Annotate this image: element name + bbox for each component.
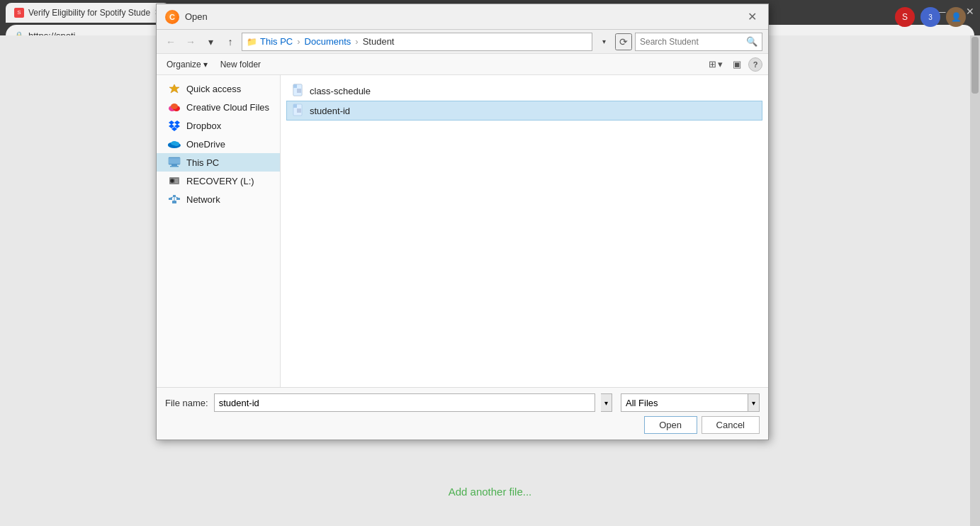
sidebar-item-creative-cloud[interactable]: Creative Cloud Files: [157, 98, 280, 116]
breadcrumb-documents[interactable]: Documents: [305, 36, 351, 47]
filename-row: File name: ▾ ▾: [165, 393, 760, 412]
svg-rect-15: [171, 164, 177, 166]
add-file-link[interactable]: Add another file...: [449, 486, 532, 498]
filetype-select[interactable]: [621, 393, 748, 412]
extension-btn-1[interactable]: S: [895, 7, 915, 27]
sidebar-item-onedrive[interactable]: OneDrive: [157, 135, 280, 153]
svg-rect-22: [175, 182, 178, 183]
tab-favicon: S: [14, 8, 24, 18]
browser-actions: S 3 👤: [895, 7, 966, 27]
svg-rect-25: [176, 198, 180, 200]
svg-rect-14: [169, 158, 180, 164]
breadcrumb-this-pc[interactable]: This PC: [260, 36, 293, 47]
breadcrumb-dropdown-button[interactable]: ▾: [595, 33, 612, 50]
dialog-title: Open: [185, 11, 745, 22]
sidebar-item-recovery[interactable]: RECOVERY (L:): [157, 172, 280, 190]
svg-point-19: [171, 180, 174, 182]
network-label: Network: [186, 194, 220, 205]
action-buttons-row: Open Cancel: [165, 416, 760, 434]
onedrive-label: OneDrive: [186, 139, 225, 150]
quick-access-label: Quick access: [186, 84, 241, 94]
svg-rect-24: [169, 198, 172, 200]
extension-btn-2[interactable]: 3: [920, 7, 940, 27]
dialog-sidebar: Quick access Creative Cloud Files: [157, 75, 281, 387]
file-icon-student-id: [291, 103, 305, 118]
scrollbar-thumb[interactable]: [971, 37, 979, 94]
svg-rect-37: [293, 104, 297, 108]
file-icon-class-schedule: [291, 84, 305, 98]
dialog-titlebar: C Open ✕: [157, 4, 768, 30]
svg-line-28: [171, 197, 174, 198]
new-folder-button[interactable]: New folder: [216, 57, 265, 72]
filename-label: File name:: [165, 398, 208, 408]
help-button[interactable]: ?: [748, 57, 762, 72]
open-dialog: C Open ✕ ← → ▾ ↑ 📁 This PC › Documents ›…: [156, 4, 769, 440]
filetype-dropdown-button[interactable]: ▾: [748, 393, 760, 412]
svg-point-3: [171, 103, 178, 109]
dialog-close-button[interactable]: ✕: [745, 9, 760, 25]
breadcrumb-sep-2: ›: [355, 36, 358, 47]
svg-rect-26: [173, 195, 176, 197]
creative-cloud-icon: [168, 101, 181, 113]
search-box[interactable]: 🔍: [635, 33, 762, 51]
dialog-body: Quick access Creative Cloud Files: [157, 75, 768, 387]
svg-rect-20: [175, 179, 178, 180]
filename-input[interactable]: [214, 393, 595, 412]
file-name-class-schedule: class-schedule: [310, 86, 371, 96]
filename-dropdown-button[interactable]: ▾: [601, 393, 612, 412]
recovery-label: RECOVERY (L:): [186, 176, 254, 186]
dropbox-label: Dropbox: [186, 121, 221, 131]
svg-marker-0: [169, 84, 179, 93]
onedrive-icon: [168, 138, 181, 150]
browser-tab[interactable]: S Verify Eligibility for Spotify Stude ✕: [6, 3, 169, 23]
breadcrumb-sep-1: ›: [297, 36, 300, 47]
file-item-class-schedule[interactable]: class-schedule: [286, 81, 762, 101]
breadcrumb-folder-icon: 📁: [247, 37, 257, 47]
breadcrumb[interactable]: 📁 This PC › Documents › Student: [242, 33, 592, 51]
sidebar-item-quick-access[interactable]: Quick access: [157, 79, 280, 98]
up-button[interactable]: ↑: [222, 33, 239, 50]
svg-line-29: [176, 197, 179, 198]
dialog-secondary-toolbar: Organize ▾ New folder ⊞ ▾ ▣ ?: [157, 54, 768, 75]
file-item-student-id[interactable]: student-id: [286, 101, 762, 121]
close-button[interactable]: ✕: [966, 6, 974, 17]
open-button[interactable]: Open: [644, 416, 697, 434]
cancel-button[interactable]: Cancel: [702, 416, 760, 434]
organize-label: Organize: [167, 60, 201, 69]
dropbox-icon: [168, 120, 181, 131]
file-list: class-schedule student-id: [281, 75, 768, 387]
refresh-button[interactable]: ⟳: [615, 33, 632, 50]
this-pc-label: This PC: [186, 157, 219, 168]
svg-rect-32: [293, 84, 297, 88]
profile-btn[interactable]: 👤: [946, 7, 966, 27]
back-button[interactable]: ←: [162, 33, 179, 50]
search-input[interactable]: [640, 37, 746, 47]
creative-cloud-label: Creative Cloud Files: [186, 102, 269, 113]
svg-rect-21: [175, 181, 178, 181]
view-arrow: ▾: [718, 59, 723, 69]
view-button[interactable]: ⊞ ▾: [706, 57, 726, 71]
recovery-icon: [168, 175, 181, 186]
file-name-student-id: student-id: [310, 106, 350, 116]
tab-title: Verify Eligibility for Spotify Stude: [28, 8, 150, 18]
sidebar-item-dropbox[interactable]: Dropbox: [157, 116, 280, 135]
svg-rect-16: [170, 166, 179, 167]
organize-button[interactable]: Organize ▾: [162, 57, 212, 72]
search-icon[interactable]: 🔍: [746, 36, 757, 47]
svg-point-12: [171, 141, 178, 145]
dialog-bottom: File name: ▾ ▾ Open Cancel: [157, 387, 768, 440]
forward-button[interactable]: →: [182, 33, 199, 50]
breadcrumb-student[interactable]: Student: [363, 36, 395, 47]
dropdown-nav-button[interactable]: ▾: [202, 33, 219, 50]
dialog-nav-toolbar: ← → ▾ ↑ 📁 This PC › Documents › Student …: [157, 30, 768, 54]
this-pc-icon: [168, 157, 181, 168]
split-view-button[interactable]: ▣: [730, 57, 744, 71]
vertical-scrollbar[interactable]: [970, 35, 980, 526]
network-icon: [168, 194, 181, 205]
sidebar-item-network[interactable]: Network: [157, 190, 280, 208]
quick-access-icon: [168, 83, 181, 94]
organize-arrow: ▾: [203, 60, 208, 69]
view-icon: ⊞: [709, 59, 716, 69]
dialog-app-icon: C: [165, 10, 179, 24]
sidebar-item-this-pc[interactable]: This PC: [157, 153, 280, 172]
